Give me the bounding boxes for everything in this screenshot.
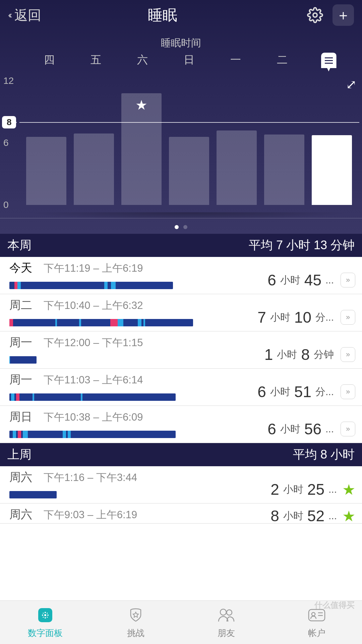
chart-title: 睡眠时间 (0, 30, 362, 53)
goal-met-star-icon: ★ (342, 507, 355, 524)
svg-point-7 (43, 613, 44, 614)
section-summary: 平均 8 小时 (293, 446, 355, 463)
list-view-icon[interactable] (321, 53, 337, 71)
section-label: 上周 (7, 446, 32, 463)
entry-time-range: 下午11:03 – 上午6:14 (44, 373, 143, 387)
sleep-entry-list: 本周平均 7 小时 13 分钟今天下午11:19 – 上午6:196小时 45.… (0, 234, 362, 524)
section-summary: 平均 7 小时 13 分钟 (249, 237, 355, 254)
svg-point-6 (45, 617, 46, 619)
chart-ytick: 6 (3, 138, 9, 148)
entry-duration: 7小时 10分...» (257, 308, 355, 326)
tab-friends[interactable]: 朋友 (181, 601, 272, 644)
chart-bar[interactable] (264, 135, 304, 205)
tab-label: 挑战 (127, 627, 144, 639)
add-button[interactable]: ＋ (333, 4, 354, 26)
gear-icon (307, 7, 323, 23)
entry-day-label: 周六 (9, 507, 32, 522)
svg-point-8 (47, 613, 48, 614)
pager-dot-active (175, 225, 179, 229)
chart-bar[interactable] (312, 135, 352, 205)
entry-day-label: 周一 (9, 335, 32, 350)
svg-point-2 (44, 614, 46, 616)
friends-icon (217, 606, 236, 625)
expand-entry-button[interactable]: » (341, 422, 355, 436)
entry-time-range: 下午11:19 – 上午6:19 (44, 261, 143, 275)
entry-time-range: 下午10:40 – 上午6:32 (44, 299, 143, 313)
page-title: 睡眠 (21, 5, 304, 25)
expand-entry-button[interactable]: » (341, 347, 355, 362)
tab-bar: 数字面板 挑战 朋友 帐户 (0, 600, 362, 644)
entry-day-label: 周六 (9, 470, 32, 485)
expand-entry-button[interactable]: » (341, 384, 355, 399)
pager-dot (183, 225, 187, 229)
sleep-timeline-bar (9, 356, 37, 364)
entry-time-range: 下午10:38 – 上午6:09 (44, 410, 143, 424)
entry-duration: 6小时 56...» (267, 420, 355, 438)
expand-entry-button[interactable]: » (341, 310, 355, 325)
svg-point-12 (227, 610, 232, 615)
chart-bar[interactable] (217, 130, 257, 205)
svg-point-0 (313, 13, 317, 17)
sleep-entry[interactable]: 周日下午10:38 – 上午6:096小时 56...» (0, 406, 362, 443)
sleep-timeline-bar (9, 393, 176, 401)
goal-badge: 8 (2, 116, 16, 128)
sleep-chart[interactable]: 睡眠时间 四 五 六 日 一 二 ⤢ 06128★ (0, 30, 362, 234)
tab-dashboard[interactable]: 数字面板 (0, 601, 90, 644)
svg-point-10 (47, 617, 48, 618)
shield-star-icon (126, 606, 145, 625)
chevrons-left-icon: ‹‹ (8, 10, 10, 20)
chart-canvas: 06128★ (0, 81, 362, 218)
plus-icon: ＋ (336, 6, 350, 24)
section-label: 本周 (7, 237, 32, 254)
tab-challenges[interactable]: 挑战 (90, 601, 181, 644)
chart-x-labels: 四 五 六 日 一 二 (0, 53, 362, 74)
sleep-entry[interactable]: 周六下午9:03 – 上午6:198小时 52...★ (0, 503, 362, 524)
entry-duration: 8小时 52...★ (270, 507, 355, 524)
tab-label: 帐户 (308, 627, 325, 639)
entry-day-label: 周二 (9, 298, 32, 313)
dashboard-icon (36, 606, 55, 625)
svg-point-3 (42, 614, 43, 616)
expand-entry-button[interactable]: » (341, 273, 355, 287)
chart-pager[interactable] (0, 218, 362, 234)
svg-point-4 (47, 614, 49, 616)
section-header: 上周平均 8 小时 (0, 443, 362, 466)
sleep-timeline-bar (9, 319, 193, 326)
entry-duration: 2小时 25...★ (270, 480, 355, 498)
tab-label: 朋友 (218, 627, 235, 639)
entry-time-range: 下午12:00 – 下午1:15 (44, 336, 143, 350)
chart-ytick: 12 (3, 75, 14, 86)
chart-bar[interactable] (169, 137, 209, 205)
entry-day-label: 周日 (9, 409, 32, 425)
svg-point-14 (312, 612, 315, 616)
tab-label: 数字面板 (28, 627, 63, 639)
sleep-entry[interactable]: 周一下午12:00 – 下午1:151小时 8分钟» (0, 331, 362, 369)
settings-button[interactable] (304, 4, 326, 26)
goal-met-star-icon: ★ (342, 481, 355, 498)
entry-day-label: 今天 (9, 260, 32, 276)
entry-time-range: 下午9:03 – 上午6:19 (44, 508, 137, 522)
entry-duration: 6小时 51分...» (257, 383, 355, 401)
chart-bar[interactable] (74, 133, 114, 205)
watermark: 什么值得买 (314, 600, 355, 610)
entry-duration: 6小时 45...» (267, 271, 355, 289)
svg-point-5 (45, 612, 46, 613)
star-icon: ★ (121, 97, 162, 113)
chart-ytick: 0 (3, 200, 9, 210)
sleep-timeline-bar (9, 282, 173, 289)
sleep-entry[interactable]: 今天下午11:19 – 上午6:196小时 45...» (0, 257, 362, 294)
sleep-entry[interactable]: 周六下午1:16 – 下午3:442小时 25...★ (0, 466, 362, 503)
entry-duration: 1小时 8分钟» (264, 345, 355, 364)
entry-day-label: 周一 (9, 372, 32, 387)
sleep-timeline-bar (9, 491, 57, 498)
sleep-entry[interactable]: 周一下午11:03 – 上午6:146小时 51分...» (0, 369, 362, 406)
chart-bar[interactable] (26, 137, 66, 205)
sleep-timeline-bar (9, 431, 176, 438)
svg-point-11 (220, 609, 226, 615)
section-header: 本周平均 7 小时 13 分钟 (0, 234, 362, 257)
entry-time-range: 下午1:16 – 下午3:44 (44, 471, 137, 485)
navbar: ‹‹ 返回 睡眠 ＋ (0, 0, 362, 30)
sleep-entry[interactable]: 周二下午10:40 – 上午6:327小时 10分...» (0, 294, 362, 331)
svg-point-9 (43, 617, 44, 618)
chart-bar[interactable]: ★ (121, 93, 162, 205)
